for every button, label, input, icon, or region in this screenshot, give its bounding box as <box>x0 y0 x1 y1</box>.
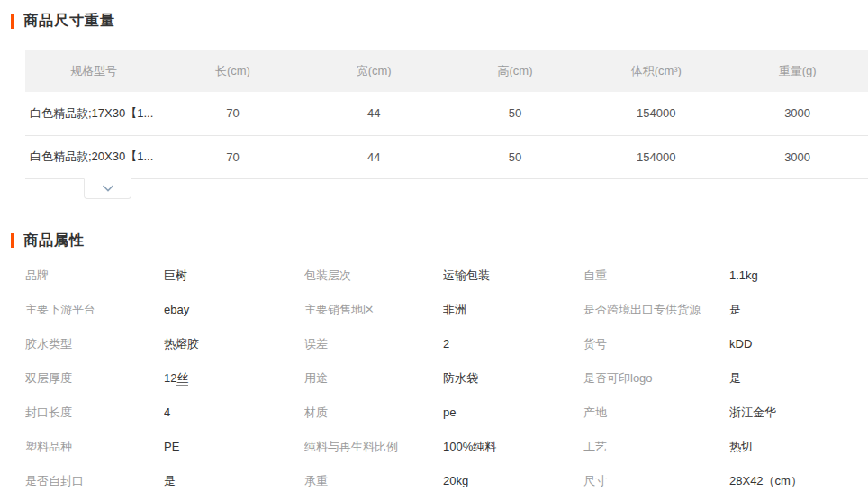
attr-value: 是 <box>729 361 868 396</box>
section-marker <box>11 233 14 248</box>
attr-value: ebay <box>164 293 304 327</box>
attr-label: 承重 <box>304 464 443 492</box>
attr-value: 热熔胶 <box>164 327 304 361</box>
cell-weight: 3000 <box>727 135 868 178</box>
section-marker <box>11 14 14 29</box>
attr-value: 2 <box>443 327 583 361</box>
size-weight-table: 规格型号 长(cm) 宽(cm) 高(cm) 体积(cm³) 重量(g) 白色精… <box>25 50 868 179</box>
attr-label: 误差 <box>304 327 443 361</box>
attr-label: 工艺 <box>583 430 729 464</box>
size-section-title: 商品尺寸重量 <box>11 12 868 31</box>
attr-label: 货号 <box>583 327 729 361</box>
attr-label: 纯料与再生料比例 <box>304 430 443 464</box>
cell-height: 50 <box>445 92 586 135</box>
attr-value: 12丝 <box>164 361 304 396</box>
header-spec-model: 规格型号 <box>25 50 162 92</box>
attr-label: 材质 <box>304 396 443 430</box>
attributes-section-title-text: 商品属性 <box>23 232 85 251</box>
cell-length: 70 <box>162 135 303 178</box>
attr-value: 4 <box>164 396 304 430</box>
chevron-down-icon <box>102 185 114 192</box>
attr-label: 胶水类型 <box>25 327 164 361</box>
attr-label: 用途 <box>304 361 443 396</box>
header-height: 高(cm) <box>445 50 586 92</box>
attr-value: 28X42（cm） <box>729 464 868 492</box>
attr-label: 主要下游平台 <box>25 293 164 327</box>
attr-label: 是否自封口 <box>25 464 164 492</box>
attr-label: 产地 <box>583 396 729 430</box>
attr-value: 100%纯料 <box>443 430 583 464</box>
cell-weight: 3000 <box>727 92 868 135</box>
attr-label: 封口长度 <box>25 396 164 430</box>
attr-value: 防水袋 <box>443 361 583 396</box>
header-weight: 重量(g) <box>727 50 868 92</box>
table-header-row: 规格型号 长(cm) 宽(cm) 高(cm) 体积(cm³) 重量(g) <box>25 50 868 92</box>
attr-value: 热切 <box>729 430 868 464</box>
thickness-unit-term[interactable]: 丝 <box>176 371 188 386</box>
attr-value: PE <box>164 430 304 464</box>
header-volume: 体积(cm³) <box>585 50 727 92</box>
attr-value: 非洲 <box>443 293 583 327</box>
attr-label: 是否跨境出口专供货源 <box>583 293 729 327</box>
attr-label: 是否可印logo <box>583 361 729 396</box>
thickness-value: 12 <box>164 371 176 385</box>
attr-value: 巨树 <box>164 259 304 293</box>
cell-height: 50 <box>445 135 586 178</box>
attr-label: 自重 <box>583 259 729 293</box>
attributes-grid: 品牌 巨树 包装层次 运输包装 自重 1.1kg 主要下游平台 ebay 主要销… <box>25 259 868 492</box>
attr-value: 是 <box>729 293 868 327</box>
attr-value: 1.1kg <box>729 259 868 293</box>
attr-value: pe <box>443 396 583 430</box>
attr-label: 品牌 <box>25 259 164 293</box>
expand-rows-button[interactable] <box>84 178 131 199</box>
cell-spec-model: 白色精品款;17X30【1... <box>25 92 162 135</box>
attr-value: 20kg <box>443 464 583 492</box>
cell-width: 44 <box>303 135 445 178</box>
attr-value: 是 <box>164 464 304 492</box>
attr-value: kDD <box>729 327 868 361</box>
cell-length: 70 <box>162 92 303 135</box>
attr-value: 浙江金华 <box>729 396 868 430</box>
attr-label: 双层厚度 <box>25 361 164 396</box>
table-row: 白色精品款;20X30【1... 70 44 50 154000 3000 <box>25 135 868 178</box>
cell-volume: 154000 <box>585 92 727 135</box>
attr-label: 尺寸 <box>583 464 729 492</box>
attr-label: 包装层次 <box>304 259 443 293</box>
table-row: 白色精品款;17X30【1... 70 44 50 154000 3000 <box>25 92 868 135</box>
header-length: 长(cm) <box>162 50 303 92</box>
header-width: 宽(cm) <box>303 50 445 92</box>
attr-label: 塑料品种 <box>25 430 164 464</box>
cell-volume: 154000 <box>585 135 727 178</box>
cell-width: 44 <box>303 92 445 135</box>
cell-spec-model: 白色精品款;20X30【1... <box>25 135 162 178</box>
attr-value: 运输包装 <box>443 259 583 293</box>
attributes-section-title: 商品属性 <box>11 232 868 251</box>
size-section-title-text: 商品尺寸重量 <box>23 12 115 31</box>
attr-label: 主要销售地区 <box>304 293 443 327</box>
